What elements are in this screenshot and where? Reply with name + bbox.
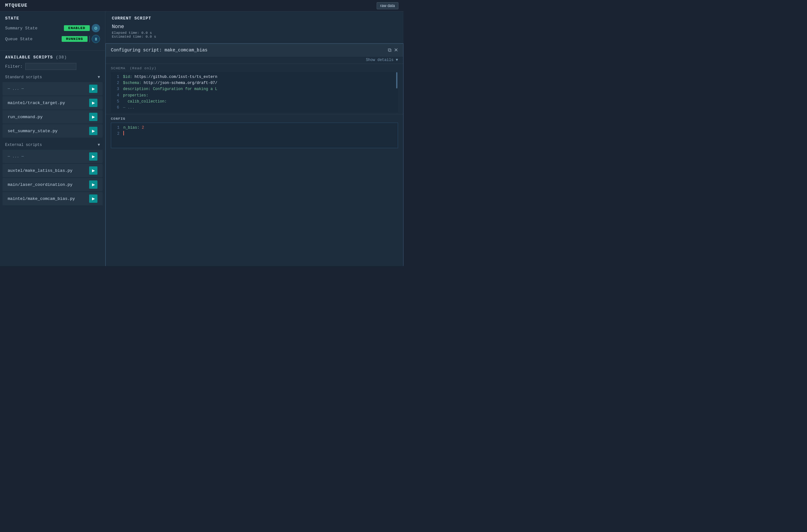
right-bottom: Configuring script: make_comcam_bias ⧉ ✕ bbox=[106, 43, 404, 266]
code-line: 6 — ... bbox=[114, 105, 395, 111]
close-button[interactable]: ✕ bbox=[394, 47, 398, 53]
run-icon: ▶ bbox=[92, 168, 95, 173]
script-name-truncated: — ... — bbox=[8, 87, 24, 91]
queue-state-row: Queue State RUNNING ⏸ bbox=[5, 35, 100, 43]
script-name: main/laser_coordination.py bbox=[8, 182, 73, 187]
code-line: 1 n_bias: 2 bbox=[114, 125, 395, 131]
queue-state-label: Queue State bbox=[5, 37, 33, 41]
code-line: 3 description: Configuration for making … bbox=[114, 86, 395, 92]
list-item[interactable]: run_command.py ▶ bbox=[3, 110, 102, 124]
script-run-button[interactable]: ▶ bbox=[89, 166, 97, 175]
copy-button[interactable]: ⧉ bbox=[388, 47, 391, 53]
external-scripts-group[interactable]: External scripts ▼ bbox=[0, 141, 105, 149]
schema-scrollbar[interactable] bbox=[396, 72, 397, 89]
run-icon: ▶ bbox=[92, 182, 95, 187]
script-run-button[interactable]: ▶ bbox=[89, 180, 97, 189]
summary-state-label: Summary State bbox=[5, 26, 37, 31]
current-script-section: CURRENT SCRIPT None Elapsed time: 0.0 s … bbox=[106, 12, 404, 43]
left-panel: STATE Summary State ENABLED ⚙ Queue Stat… bbox=[0, 12, 106, 266]
script-run-button[interactable]: ▶ bbox=[89, 84, 97, 93]
right-panel: CURRENT SCRIPT None Elapsed time: 0.0 s … bbox=[106, 12, 404, 266]
state-title: STATE bbox=[5, 16, 100, 21]
config-label: CONFIG bbox=[111, 117, 398, 121]
run-icon: ▶ bbox=[92, 196, 95, 201]
code-line: 5 calib_collection: bbox=[114, 99, 395, 105]
current-script-name: None bbox=[112, 24, 397, 30]
copy-icon: ⧉ bbox=[388, 47, 391, 53]
summary-state-controls: ENABLED ⚙ bbox=[64, 24, 100, 32]
config-section: CONFIG 1 n_bias: 2 2 bbox=[106, 114, 403, 266]
list-item[interactable]: — ... — ▶ bbox=[3, 150, 102, 163]
schema-section: SCHEMA (Read only) 1 $id: https://github… bbox=[106, 64, 403, 114]
code-line: 2 $schema: http://json-schema.org/draft-… bbox=[114, 80, 395, 86]
script-name: auxtel/make_latiss_bias.py bbox=[8, 168, 73, 173]
script-name: set_summary_state.py bbox=[8, 129, 57, 133]
summary-state-badge: ENABLED bbox=[64, 25, 90, 31]
filter-row: Filter: bbox=[5, 63, 100, 70]
external-chevron-icon: ▼ bbox=[98, 143, 100, 147]
queue-state-badge: RUNNING bbox=[62, 36, 88, 42]
run-icon: ▶ bbox=[92, 87, 95, 91]
pause-button[interactable]: ⏸ bbox=[92, 35, 100, 43]
page-title: MTQUEUE bbox=[5, 3, 27, 8]
text-cursor bbox=[123, 131, 124, 135]
gear-icon: ⚙ bbox=[94, 26, 98, 31]
scripts-section: AVAILABLE SCRIPTS (38) Filter: Standard … bbox=[0, 51, 105, 266]
page-layout: MTQUEUE raw data STATE Summary State ENA… bbox=[0, 0, 404, 266]
summary-state-row: Summary State ENABLED ⚙ bbox=[5, 24, 100, 32]
elapsed-time: Elapsed time: 0.0 s bbox=[112, 31, 397, 35]
script-run-button[interactable]: ▶ bbox=[89, 152, 97, 160]
schema-label: SCHEMA (Read only) bbox=[111, 66, 398, 70]
show-details[interactable]: Show details ▼ bbox=[106, 57, 403, 64]
content-area: STATE Summary State ENABLED ⚙ Queue Stat… bbox=[0, 12, 404, 266]
script-run-button[interactable]: ▶ bbox=[89, 194, 97, 203]
list-item[interactable]: — ... — ▶ bbox=[3, 82, 102, 95]
script-run-button[interactable]: ▶ bbox=[89, 113, 97, 121]
scripts-title: AVAILABLE SCRIPTS (38) bbox=[5, 55, 100, 60]
run-icon: ▶ bbox=[92, 100, 95, 105]
script-name: maintel/make_comcam_bias.py bbox=[8, 196, 75, 201]
script-run-button[interactable]: ▶ bbox=[89, 99, 97, 107]
code-line: 1 $id: https://github.com/lsst-ts/ts_ext… bbox=[114, 74, 395, 80]
dialog-header-actions: ⧉ ✕ bbox=[388, 47, 398, 53]
dialog-title: Configuring script: make_comcam_bias bbox=[111, 48, 207, 53]
standard-chevron-icon: ▼ bbox=[98, 75, 100, 79]
queue-state-controls: RUNNING ⏸ bbox=[62, 35, 100, 43]
code-line: 4 properties: bbox=[114, 93, 395, 99]
scripts-header: AVAILABLE SCRIPTS (38) Filter: bbox=[0, 55, 105, 70]
top-bar: MTQUEUE raw data bbox=[0, 0, 404, 12]
config-editor[interactable]: 1 n_bias: 2 2 bbox=[111, 122, 398, 148]
standard-scripts-group[interactable]: Standard scripts ▼ bbox=[0, 73, 105, 81]
run-icon: ▶ bbox=[92, 115, 95, 119]
script-name: maintel/track_target.py bbox=[8, 100, 65, 106]
list-item[interactable]: maintel/track_target.py ▶ bbox=[3, 96, 102, 110]
current-script-title: CURRENT SCRIPT bbox=[112, 16, 397, 21]
schema-code-block: 1 $id: https://github.com/lsst-ts/ts_ext… bbox=[111, 72, 398, 113]
raw-data-button[interactable]: raw data bbox=[377, 2, 398, 9]
filter-input[interactable] bbox=[25, 63, 76, 70]
filter-label: Filter: bbox=[5, 64, 23, 69]
script-run-button[interactable]: ▶ bbox=[89, 127, 97, 135]
close-icon: ✕ bbox=[394, 47, 398, 53]
configure-dialog: Configuring script: make_comcam_bias ⧉ ✕ bbox=[106, 43, 404, 266]
pause-icon: ⏸ bbox=[94, 37, 98, 41]
state-section: STATE Summary State ENABLED ⚙ Queue Stat… bbox=[0, 12, 105, 51]
run-icon: ▶ bbox=[92, 129, 95, 133]
list-item[interactable]: maintel/make_comcam_bias.py ▶ bbox=[3, 192, 102, 205]
cursor-line: 2 bbox=[114, 131, 395, 137]
script-name: run_command.py bbox=[8, 115, 42, 119]
gear-button[interactable]: ⚙ bbox=[92, 24, 100, 32]
list-item[interactable]: main/laser_coordination.py ▶ bbox=[3, 178, 102, 191]
dialog-header: Configuring script: make_comcam_bias ⧉ ✕ bbox=[106, 44, 403, 57]
estimated-time: Estimated time: 0.0 s bbox=[112, 35, 397, 39]
divider bbox=[90, 36, 90, 42]
run-icon: ▶ bbox=[92, 154, 95, 159]
list-item[interactable]: set_summary_state.py ▶ bbox=[3, 124, 102, 138]
list-item[interactable]: auxtel/make_latiss_bias.py ▶ bbox=[3, 164, 102, 177]
script-name-truncated: — ... — bbox=[8, 154, 24, 159]
